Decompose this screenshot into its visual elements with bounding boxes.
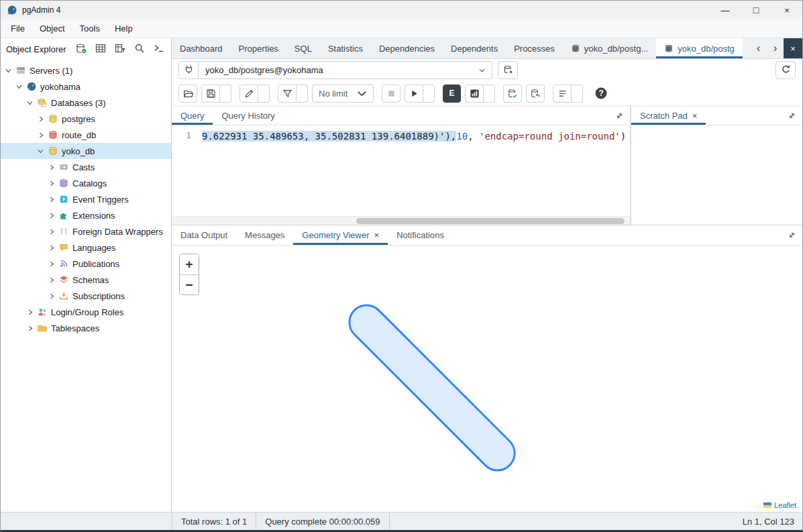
tree-item-languages[interactable]: Languages [1, 240, 171, 256]
commit-button[interactable] [503, 85, 522, 103]
chevron-right-icon[interactable] [48, 276, 56, 284]
close-scratch-pad-icon[interactable]: × [692, 111, 698, 121]
tab-messages[interactable]: Messages [236, 225, 293, 245]
help-button[interactable]: ? [591, 85, 611, 103]
open-file-button[interactable] [178, 85, 197, 103]
chevron-right-icon[interactable] [37, 115, 45, 123]
refresh-layout-button[interactable] [775, 61, 796, 79]
tree-item-postgres[interactable]: postgres [1, 111, 171, 127]
expand-editor-icon[interactable] [615, 106, 630, 125]
filter-button-dropdown[interactable] [297, 85, 308, 103]
search-button[interactable] [133, 43, 146, 56]
tab-query-history[interactable]: Query History [213, 106, 283, 125]
tab-dependencies[interactable]: Dependencies [371, 38, 443, 58]
maximize-button[interactable]: □ [741, 1, 771, 19]
close-tab-icon[interactable]: × [374, 230, 380, 240]
editor-code-area[interactable]: 9.622931 35.489653, 35.502831 139.640188… [200, 125, 630, 216]
explain-analyze-button[interactable] [465, 85, 484, 103]
menu-file[interactable]: File [3, 19, 32, 38]
tab-statistics[interactable]: Statistics [320, 38, 371, 58]
tab-scroll-right-button[interactable]: › [767, 38, 784, 58]
tab-properties[interactable]: Properties [231, 38, 286, 58]
chevron-right-icon[interactable] [26, 324, 34, 332]
tab-dependents[interactable]: Dependents [443, 38, 506, 58]
tab-sql[interactable]: SQL [286, 38, 320, 58]
chevron-down-icon[interactable] [37, 147, 45, 155]
chevron-right-icon[interactable] [48, 211, 56, 219]
tree-item-route-db[interactable]: route_db [1, 127, 171, 143]
tree-item-casts[interactable]: Casts [1, 159, 171, 175]
tree-item-databases-3[interactable]: Databases (3) [1, 95, 171, 111]
chevron-down-icon[interactable] [15, 83, 23, 91]
sql-editor[interactable]: 1 9.622931 35.489653, 35.502831 139.6401… [172, 125, 630, 216]
chevron-right-icon[interactable] [48, 179, 56, 187]
close-button[interactable]: × [771, 1, 802, 19]
tree-item-extensions[interactable]: Extensions [1, 207, 171, 223]
geometry-viewer[interactable]: + − Leaflet [172, 246, 802, 512]
explain-button[interactable]: E [443, 85, 461, 103]
tree-item-yokohama[interactable]: yokohama [1, 78, 171, 95]
chevron-right-icon[interactable] [37, 131, 45, 139]
minimize-button[interactable]: — [710, 1, 741, 19]
tab-geometry-viewer[interactable]: Geometry Viewer× [293, 225, 388, 245]
tab-yoko-db-postg[interactable]: yoko_db/postg... [563, 38, 656, 58]
new-connection-button[interactable] [498, 61, 518, 79]
tree-item-publications[interactable]: Publications [1, 256, 171, 272]
tree-item-servers-1[interactable]: Servers (1) [1, 62, 171, 78]
tab-close-button[interactable]: × [784, 38, 802, 58]
chevron-down-icon[interactable] [26, 99, 34, 107]
filter-button[interactable] [278, 85, 297, 103]
editor-horizontal-scrollbar[interactable] [172, 216, 630, 225]
chevron-right-icon[interactable] [48, 244, 56, 252]
tree-item-tablespaces[interactable]: Tablespaces [1, 320, 171, 336]
save-button-dropdown[interactable] [220, 85, 231, 103]
terminal-button[interactable] [153, 43, 166, 56]
connection-select[interactable]: yoko_db/postgres@yokohama [199, 61, 492, 79]
chevron-right-icon[interactable] [48, 292, 56, 300]
expand-scratch-pad-icon[interactable] [788, 106, 802, 125]
chevron-down-icon[interactable] [5, 66, 13, 74]
edit-button[interactable] [239, 85, 258, 103]
save-button[interactable] [201, 85, 220, 103]
execute-button[interactable] [405, 85, 423, 103]
tab-notifications[interactable]: Notifications [388, 225, 453, 245]
zoom-out-button[interactable]: − [180, 274, 199, 295]
menu-object[interactable]: Object [32, 19, 72, 38]
scratch-pad-input[interactable] [631, 125, 802, 225]
scrollbar-thumb[interactable] [356, 218, 625, 224]
chevron-right-icon[interactable] [48, 260, 56, 268]
execute-button-dropdown[interactable] [423, 85, 435, 103]
chevron-right-icon[interactable] [26, 308, 34, 316]
stop-button[interactable] [382, 85, 400, 103]
tab-scratch-pad[interactable]: Scratch Pad × [631, 106, 706, 125]
filter-grid-button[interactable] [114, 43, 127, 56]
tree-item-foreign-data-wrappers[interactable]: Foreign Data Wrappers [1, 223, 171, 240]
edit-button-dropdown[interactable] [258, 85, 270, 103]
tab-dashboard[interactable]: Dashboard [172, 38, 231, 58]
rollback-button[interactable] [526, 85, 545, 103]
chevron-right-icon[interactable] [48, 163, 56, 171]
menu-tools[interactable]: Tools [72, 19, 107, 38]
expand-results-icon[interactable] [788, 225, 802, 245]
grid-button[interactable] [95, 43, 107, 56]
row-limit-select[interactable]: No limit [312, 85, 374, 103]
connection-status-button[interactable] [75, 43, 88, 56]
tree-item-event-triggers[interactable]: Event Triggers [1, 191, 171, 207]
chevron-right-icon[interactable] [48, 227, 56, 235]
tab-query[interactable]: Query [172, 106, 213, 125]
tree-item-yoko-db[interactable]: yoko_db [1, 143, 171, 159]
tree-item-subscriptions[interactable]: Subscriptions [1, 288, 171, 304]
menu-help[interactable]: Help [107, 19, 140, 38]
zoom-in-button[interactable]: + [180, 254, 199, 274]
connection-status-button[interactable] [178, 61, 199, 79]
tab-yoko-db-postg[interactable]: yoko_db/postg [656, 38, 743, 58]
macros-button-dropdown[interactable] [572, 85, 583, 103]
tab-data-output[interactable]: Data Output [172, 225, 236, 245]
tab-processes[interactable]: Processes [506, 38, 563, 58]
geometry-shape[interactable] [341, 297, 523, 479]
tab-scroll-left-button[interactable]: ‹ [750, 38, 767, 58]
chevron-right-icon[interactable] [48, 195, 56, 203]
explain-analyze-button-dropdown[interactable] [484, 85, 495, 103]
tree-item-login-group-roles[interactable]: Login/Group Roles [1, 304, 171, 320]
macros-button[interactable] [553, 85, 572, 103]
